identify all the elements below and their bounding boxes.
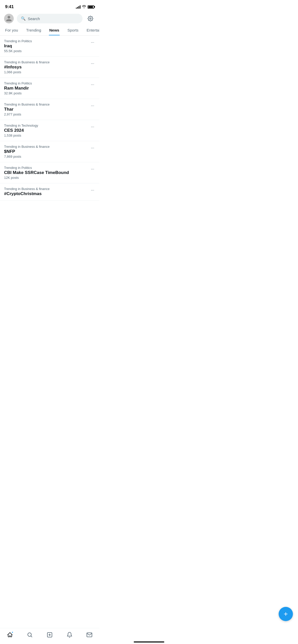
tab-for-you[interactable]: For you: [1, 25, 22, 35]
tab-entertainment[interactable]: Entertainment: [83, 25, 99, 35]
trending-posts: 55.5K posts: [4, 49, 95, 53]
tab-news[interactable]: News: [45, 25, 63, 35]
trending-category: Trending in Politics: [4, 166, 95, 170]
trending-name: CBI Make SSRCase TimeBound: [4, 170, 95, 175]
trending-item[interactable]: Trending in Politics Iraq 55.5K posts ··…: [0, 36, 99, 57]
status-time: 9:41: [5, 4, 14, 9]
header: 🔍 Search: [0, 12, 99, 25]
trending-item[interactable]: Trending in Business & finance Thar 2,97…: [0, 99, 99, 120]
tab-bar: For you Trending News Sports Entertainme…: [0, 25, 99, 36]
settings-icon: [88, 16, 93, 21]
trending-category: Trending in Politics: [4, 81, 95, 85]
trending-category: Trending in Technology: [4, 124, 95, 127]
signal-icon: [76, 5, 80, 9]
tab-sports[interactable]: Sports: [63, 25, 83, 35]
search-icon: 🔍: [21, 16, 26, 21]
more-button[interactable]: ···: [90, 124, 95, 130]
trending-posts: 1,538 posts: [4, 134, 95, 137]
trending-list: Trending in Politics Iraq 55.5K posts ··…: [0, 36, 99, 231]
settings-button[interactable]: [86, 14, 95, 23]
trending-category: Trending in Business & finance: [4, 103, 95, 106]
status-bar: 9:41: [0, 0, 99, 12]
trending-item[interactable]: Trending in Business & finance $NFP 7,86…: [0, 141, 99, 162]
more-button[interactable]: ···: [90, 166, 95, 172]
status-icons: [76, 5, 94, 9]
trending-item[interactable]: Trending in Technology CES 2024 1,538 po…: [0, 120, 99, 141]
user-icon: [6, 15, 12, 22]
trending-name: $NFP: [4, 149, 95, 154]
trending-name: CES 2024: [4, 128, 95, 133]
more-button[interactable]: ···: [90, 60, 95, 67]
trending-category: Trending in Politics: [4, 39, 95, 43]
trending-name: #Infosys: [4, 65, 95, 70]
battery-icon: [88, 5, 94, 9]
trending-item[interactable]: Trending in Politics CBI Make SSRCase Ti…: [0, 162, 99, 183]
search-placeholder: Search: [28, 17, 40, 21]
trending-name: Thar: [4, 107, 95, 112]
trending-posts: 1,066 posts: [4, 70, 95, 74]
more-button[interactable]: ···: [90, 39, 95, 46]
avatar[interactable]: [4, 14, 14, 23]
trending-posts: 7,869 posts: [4, 155, 95, 158]
trending-item[interactable]: Trending in Politics Ram Mandir 32.9K po…: [0, 78, 99, 99]
trending-posts: 2,977 posts: [4, 112, 95, 116]
more-button[interactable]: ···: [90, 103, 95, 109]
wifi-icon: [82, 5, 86, 9]
trending-name: #CryptoChristmas: [4, 191, 95, 196]
trending-category: Trending in Business & finance: [4, 187, 95, 191]
trending-posts: 12K posts: [4, 176, 95, 180]
trending-category: Trending in Business & finance: [4, 60, 95, 64]
more-button[interactable]: ···: [90, 187, 95, 194]
trending-posts: 32.9K posts: [4, 91, 95, 95]
more-button[interactable]: ···: [90, 145, 95, 151]
tab-trending[interactable]: Trending: [22, 25, 45, 35]
search-bar[interactable]: 🔍 Search: [17, 14, 83, 23]
svg-point-0: [90, 18, 91, 19]
trending-item[interactable]: Trending in Business & finance #CryptoCh…: [0, 183, 99, 201]
trending-name: Iraq: [4, 43, 95, 49]
trending-category: Trending in Business & finance: [4, 145, 95, 149]
trending-item[interactable]: Trending in Business & finance #Infosys …: [0, 57, 99, 78]
trending-name: Ram Mandir: [4, 86, 95, 91]
more-button[interactable]: ···: [90, 81, 95, 88]
